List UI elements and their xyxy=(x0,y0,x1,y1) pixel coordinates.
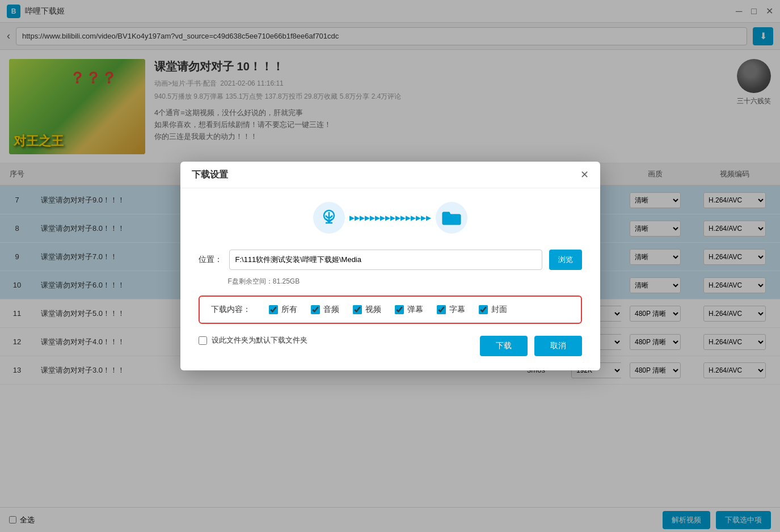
checkbox-cover[interactable]: 封面 xyxy=(479,305,507,315)
checkbox-audio-input[interactable] xyxy=(311,305,320,314)
checkbox-cover-input[interactable] xyxy=(479,305,488,314)
download-flow-icon xyxy=(313,202,345,234)
download-settings-modal: 下载设置 ✕ ▶▶▶▶▶▶▶▶▶▶▶▶▶▶▶▶ xyxy=(180,162,600,370)
checkbox-all[interactable]: 所有 xyxy=(269,305,297,315)
modal-actions: 下载 取消 xyxy=(480,336,582,356)
flow-icons: ▶▶▶▶▶▶▶▶▶▶▶▶▶▶▶▶ xyxy=(199,202,582,234)
default-folder-row: 设此文件夹为默认下载文件夹 xyxy=(199,335,307,345)
checkbox-video[interactable]: 视频 xyxy=(353,305,381,315)
checkbox-danmu[interactable]: 弹幕 xyxy=(395,305,423,315)
download-content-row: 下载内容： 所有 音频 视频 弹幕 xyxy=(211,305,570,315)
modal-title: 下载设置 xyxy=(192,169,228,181)
modal-download-button[interactable]: 下载 xyxy=(480,336,528,356)
checkbox-audio[interactable]: 音频 xyxy=(311,305,339,315)
checkbox-subtitle[interactable]: 字幕 xyxy=(437,305,465,315)
modal-overlay[interactable]: 下载设置 ✕ ▶▶▶▶▶▶▶▶▶▶▶▶▶▶▶▶ xyxy=(0,0,780,532)
flow-arrow: ▶▶▶▶▶▶▶▶▶▶▶▶▶▶▶▶ xyxy=(349,214,431,222)
default-folder-label: 设此文件夹为默认下载文件夹 xyxy=(212,335,307,345)
download-content-box: 下载内容： 所有 音频 视频 弹幕 xyxy=(199,295,582,324)
default-folder-checkbox[interactable] xyxy=(199,336,207,345)
checkbox-video-input[interactable] xyxy=(353,305,362,314)
modal-cancel-button[interactable]: 取消 xyxy=(534,336,582,356)
disk-info: F盘剩余空间：81.25GB xyxy=(199,277,582,286)
location-label: 位置： xyxy=(199,255,222,265)
content-label: 下载内容： xyxy=(211,305,251,315)
modal-body: ▶▶▶▶▶▶▶▶▶▶▶▶▶▶▶▶ 位置： 浏览 F盘剩余空间：81.25GB 下… xyxy=(180,188,600,370)
checkbox-danmu-input[interactable] xyxy=(395,305,404,314)
folder-flow-icon xyxy=(436,202,467,234)
modal-close-button[interactable]: ✕ xyxy=(580,168,589,181)
checkbox-subtitle-input[interactable] xyxy=(437,305,446,314)
location-row: 位置： 浏览 xyxy=(199,250,582,270)
browse-button[interactable]: 浏览 xyxy=(549,250,582,270)
path-input[interactable] xyxy=(229,250,542,270)
checkbox-all-input[interactable] xyxy=(269,305,278,314)
modal-header: 下载设置 ✕ xyxy=(180,162,600,188)
